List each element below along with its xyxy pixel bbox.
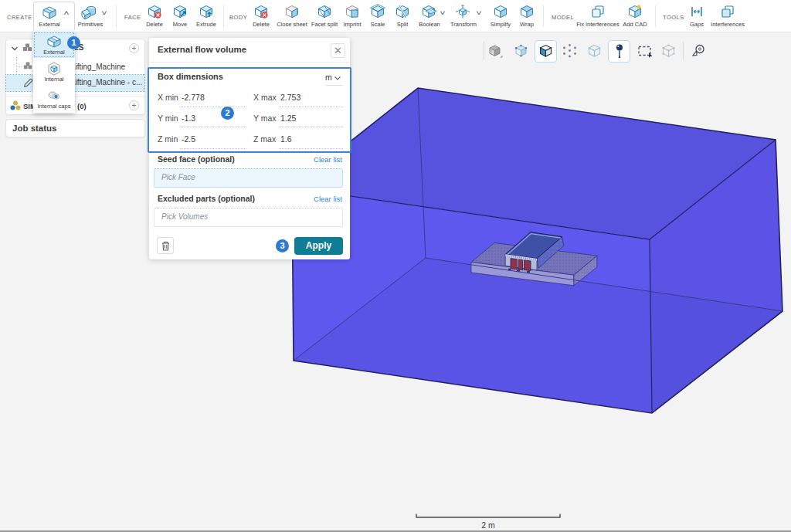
- svg-text:2 m: 2 m: [481, 520, 495, 530]
